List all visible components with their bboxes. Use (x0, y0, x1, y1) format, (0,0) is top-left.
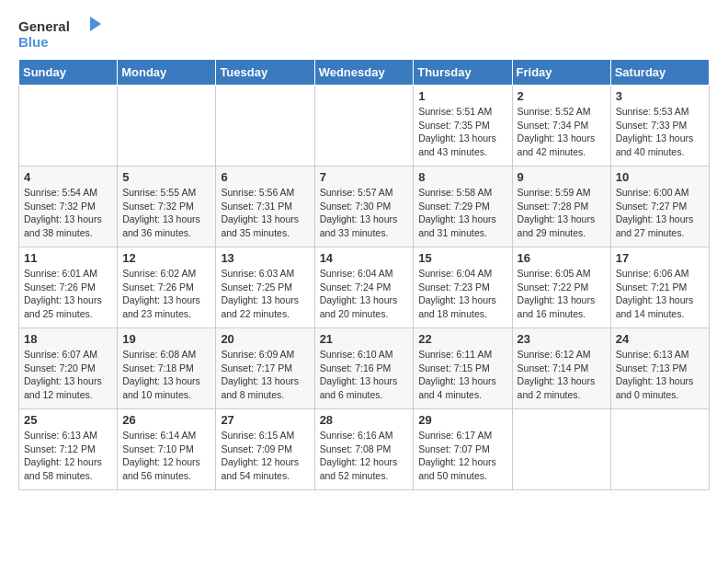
calendar-cell: 1Sunrise: 5:51 AMSunset: 7:35 PMDaylight… (414, 86, 512, 167)
calendar-cell: 26Sunrise: 6:14 AMSunset: 7:10 PMDayligh… (118, 409, 216, 490)
calendar-cell: 27Sunrise: 6:15 AMSunset: 7:09 PMDayligh… (216, 409, 314, 490)
calendar-cell (610, 409, 709, 490)
header: General Blue (18, 15, 710, 52)
calendar-cell (118, 86, 216, 167)
calendar-cell: 11Sunrise: 6:01 AMSunset: 7:26 PMDayligh… (19, 247, 118, 328)
col-header-saturday: Saturday (610, 60, 709, 86)
calendar-cell: 28Sunrise: 6:16 AMSunset: 7:08 PMDayligh… (314, 409, 414, 490)
calendar-cell: 14Sunrise: 6:04 AMSunset: 7:24 PMDayligh… (314, 247, 414, 328)
day-number: 16 (518, 251, 606, 265)
col-header-wednesday: Wednesday (314, 60, 414, 86)
calendar-cell: 5Sunrise: 5:55 AMSunset: 7:32 PMDaylight… (118, 167, 216, 247)
day-info: Sunrise: 6:15 AMSunset: 7:09 PMDaylight:… (221, 429, 309, 483)
calendar-cell: 17Sunrise: 6:06 AMSunset: 7:21 PMDayligh… (610, 247, 709, 328)
day-info: Sunrise: 6:05 AMSunset: 7:22 PMDaylight:… (518, 267, 606, 321)
calendar-cell: 9Sunrise: 5:59 AMSunset: 7:28 PMDaylight… (512, 167, 610, 247)
calendar-cell: 6Sunrise: 5:56 AMSunset: 7:31 PMDaylight… (216, 167, 314, 247)
svg-text:General: General (18, 18, 70, 34)
day-info: Sunrise: 5:59 AMSunset: 7:28 PMDaylight:… (518, 186, 606, 240)
calendar-cell: 8Sunrise: 5:58 AMSunset: 7:29 PMDaylight… (414, 167, 512, 247)
calendar-cell: 7Sunrise: 5:57 AMSunset: 7:30 PMDaylight… (314, 167, 414, 247)
logo: General Blue (18, 15, 101, 52)
calendar-week-2: 4Sunrise: 5:54 AMSunset: 7:32 PMDaylight… (19, 167, 710, 247)
day-number: 17 (616, 251, 704, 265)
day-number: 19 (122, 332, 210, 346)
day-info: Sunrise: 6:06 AMSunset: 7:21 PMDaylight:… (616, 267, 704, 321)
day-number: 15 (418, 251, 506, 265)
calendar-cell (512, 409, 610, 490)
day-info: Sunrise: 6:13 AMSunset: 7:12 PMDaylight:… (24, 429, 112, 483)
calendar-cell: 25Sunrise: 6:13 AMSunset: 7:12 PMDayligh… (19, 409, 118, 490)
calendar-cell: 12Sunrise: 6:02 AMSunset: 7:26 PMDayligh… (118, 247, 216, 328)
day-info: Sunrise: 6:04 AMSunset: 7:24 PMDaylight:… (320, 267, 409, 321)
calendar-cell: 20Sunrise: 6:09 AMSunset: 7:17 PMDayligh… (216, 328, 314, 409)
day-number: 24 (616, 332, 704, 346)
day-info: Sunrise: 5:57 AMSunset: 7:30 PMDaylight:… (320, 186, 409, 240)
day-number: 22 (418, 332, 506, 346)
day-info: Sunrise: 6:12 AMSunset: 7:14 PMDaylight:… (518, 348, 606, 402)
calendar: SundayMondayTuesdayWednesdayThursdayFrid… (18, 59, 710, 490)
day-info: Sunrise: 6:07 AMSunset: 7:20 PMDaylight:… (24, 348, 112, 402)
day-info: Sunrise: 6:13 AMSunset: 7:13 PMDaylight:… (616, 348, 704, 402)
calendar-cell: 23Sunrise: 6:12 AMSunset: 7:14 PMDayligh… (512, 328, 610, 409)
col-header-monday: Monday (118, 60, 216, 86)
day-number: 12 (122, 251, 210, 265)
day-info: Sunrise: 6:03 AMSunset: 7:25 PMDaylight:… (221, 267, 309, 321)
day-number: 25 (24, 413, 112, 427)
day-info: Sunrise: 6:08 AMSunset: 7:18 PMDaylight:… (122, 348, 210, 402)
day-number: 5 (122, 170, 210, 184)
day-info: Sunrise: 5:55 AMSunset: 7:32 PMDaylight:… (122, 186, 210, 240)
day-info: Sunrise: 5:56 AMSunset: 7:31 PMDaylight:… (221, 186, 309, 240)
calendar-cell: 3Sunrise: 5:53 AMSunset: 7:33 PMDaylight… (610, 86, 709, 167)
calendar-cell: 16Sunrise: 6:05 AMSunset: 7:22 PMDayligh… (512, 247, 610, 328)
day-number: 21 (320, 332, 409, 346)
day-number: 28 (320, 413, 409, 427)
day-number: 26 (122, 413, 210, 427)
calendar-cell (216, 86, 314, 167)
calendar-cell: 15Sunrise: 6:04 AMSunset: 7:23 PMDayligh… (414, 247, 512, 328)
svg-marker-1 (90, 17, 101, 31)
calendar-week-5: 25Sunrise: 6:13 AMSunset: 7:12 PMDayligh… (19, 409, 710, 490)
day-number: 18 (24, 332, 112, 346)
day-number: 27 (221, 413, 309, 427)
day-info: Sunrise: 5:54 AMSunset: 7:32 PMDaylight:… (24, 186, 112, 240)
calendar-cell: 24Sunrise: 6:13 AMSunset: 7:13 PMDayligh… (610, 328, 709, 409)
calendar-cell: 13Sunrise: 6:03 AMSunset: 7:25 PMDayligh… (216, 247, 314, 328)
day-info: Sunrise: 6:14 AMSunset: 7:10 PMDaylight:… (122, 429, 210, 483)
day-number: 13 (221, 251, 309, 265)
day-number: 23 (518, 332, 606, 346)
day-info: Sunrise: 6:09 AMSunset: 7:17 PMDaylight:… (221, 348, 309, 402)
day-number: 4 (24, 170, 112, 184)
calendar-cell: 22Sunrise: 6:11 AMSunset: 7:15 PMDayligh… (414, 328, 512, 409)
day-number: 9 (518, 170, 606, 184)
col-header-sunday: Sunday (19, 60, 118, 86)
calendar-cell: 29Sunrise: 6:17 AMSunset: 7:07 PMDayligh… (414, 409, 512, 490)
day-number: 20 (221, 332, 309, 346)
day-info: Sunrise: 6:04 AMSunset: 7:23 PMDaylight:… (418, 267, 506, 321)
calendar-week-4: 18Sunrise: 6:07 AMSunset: 7:20 PMDayligh… (19, 328, 710, 409)
col-header-thursday: Thursday (414, 60, 512, 86)
day-info: Sunrise: 5:52 AMSunset: 7:34 PMDaylight:… (518, 105, 606, 159)
calendar-cell: 21Sunrise: 6:10 AMSunset: 7:16 PMDayligh… (314, 328, 414, 409)
calendar-cell: 4Sunrise: 5:54 AMSunset: 7:32 PMDaylight… (19, 167, 118, 247)
day-number: 2 (518, 89, 606, 103)
calendar-cell (19, 86, 118, 167)
day-number: 14 (320, 251, 409, 265)
day-info: Sunrise: 6:16 AMSunset: 7:08 PMDaylight:… (320, 429, 409, 483)
day-info: Sunrise: 5:51 AMSunset: 7:35 PMDaylight:… (418, 105, 506, 159)
calendar-cell: 10Sunrise: 6:00 AMSunset: 7:27 PMDayligh… (610, 167, 709, 247)
day-info: Sunrise: 6:00 AMSunset: 7:27 PMDaylight:… (616, 186, 704, 240)
calendar-header-row: SundayMondayTuesdayWednesdayThursdayFrid… (19, 60, 710, 86)
day-number: 6 (221, 170, 309, 184)
logo-svg: General Blue (18, 15, 101, 52)
day-number: 29 (418, 413, 506, 427)
svg-text:Blue: Blue (18, 34, 49, 50)
calendar-cell: 2Sunrise: 5:52 AMSunset: 7:34 PMDaylight… (512, 86, 610, 167)
day-info: Sunrise: 5:58 AMSunset: 7:29 PMDaylight:… (418, 186, 506, 240)
col-header-tuesday: Tuesday (216, 60, 314, 86)
calendar-cell: 18Sunrise: 6:07 AMSunset: 7:20 PMDayligh… (19, 328, 118, 409)
calendar-week-3: 11Sunrise: 6:01 AMSunset: 7:26 PMDayligh… (19, 247, 710, 328)
day-number: 10 (616, 170, 704, 184)
day-info: Sunrise: 6:11 AMSunset: 7:15 PMDaylight:… (418, 348, 506, 402)
day-number: 1 (418, 89, 506, 103)
